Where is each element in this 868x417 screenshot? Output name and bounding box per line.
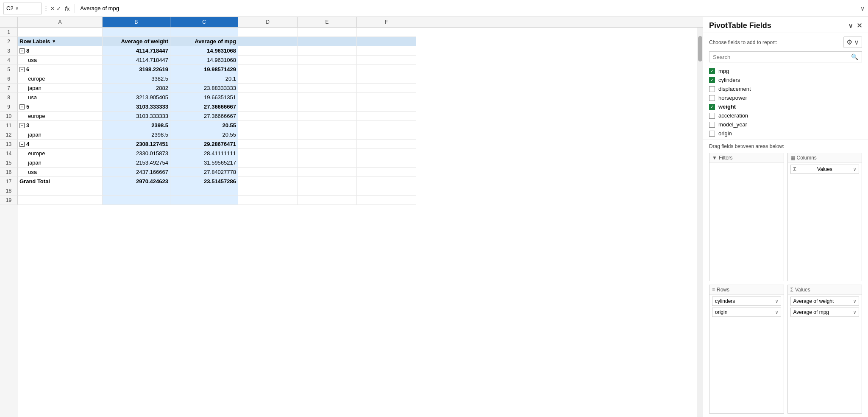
vertical-scrollbar[interactable] bbox=[697, 28, 703, 417]
cell-r2-c1[interactable]: Average of weight bbox=[103, 37, 170, 46]
cell-r15-c4[interactable] bbox=[298, 158, 357, 168]
cell-r5-c4[interactable] bbox=[298, 65, 357, 74]
cell-r5-c1[interactable]: 3198.22619 bbox=[103, 65, 170, 74]
row-num-3[interactable]: 3 bbox=[0, 46, 18, 56]
cancel-icon[interactable]: ✕ bbox=[50, 5, 55, 12]
cell-r15-c1[interactable]: 2153.492754 bbox=[103, 158, 170, 168]
row-num-14[interactable]: 14 bbox=[0, 149, 18, 158]
cell-ref-dropdown-icon[interactable]: ∨ bbox=[15, 6, 19, 11]
cell-r19-c4[interactable] bbox=[298, 196, 357, 205]
row-num-15[interactable]: 15 bbox=[0, 158, 18, 168]
cell-r14-c3[interactable] bbox=[238, 149, 298, 158]
cell-r3-c1[interactable]: 4114.718447 bbox=[103, 46, 170, 56]
cell-r12-c5[interactable] bbox=[357, 130, 416, 140]
row-labels-filter-icon[interactable]: ▼ bbox=[52, 39, 56, 44]
row-num-9[interactable]: 9 bbox=[0, 102, 18, 112]
cell-r8-c2[interactable]: 19.66351351 bbox=[170, 93, 238, 102]
cell-r5-c5[interactable] bbox=[357, 65, 416, 74]
cell-r16-c1[interactable]: 2437.166667 bbox=[103, 168, 170, 177]
cell-r10-c3[interactable] bbox=[238, 112, 298, 121]
row-num-8[interactable]: 8 bbox=[0, 93, 18, 102]
cell-r13-c2[interactable]: 29.28676471 bbox=[170, 140, 238, 149]
row-num-18[interactable]: 18 bbox=[0, 186, 18, 196]
rows-item-cylinders[interactable]: cylinders ∨ bbox=[712, 297, 781, 306]
cell-r19-c1[interactable] bbox=[103, 196, 170, 205]
cell-r3-c5[interactable] bbox=[357, 46, 416, 56]
cell-r13-c5[interactable] bbox=[357, 140, 416, 149]
cell-r13-c4[interactable] bbox=[298, 140, 357, 149]
rows-origin-arrow[interactable]: ∨ bbox=[775, 310, 778, 315]
col-header-e[interactable]: E bbox=[298, 17, 357, 27]
cell-r9-c4[interactable] bbox=[298, 102, 357, 112]
field-item-cylinders[interactable]: ✓cylinders bbox=[709, 76, 862, 84]
cell-r4-c4[interactable] bbox=[298, 56, 357, 65]
row-num-4[interactable]: 4 bbox=[0, 56, 18, 65]
values-weight-arrow[interactable]: ∨ bbox=[853, 299, 856, 304]
field-checkbox-mpg[interactable]: ✓ bbox=[709, 68, 715, 74]
values-item-mpg[interactable]: Average of mpg ∨ bbox=[790, 308, 860, 317]
field-checkbox-displacement[interactable] bbox=[709, 86, 715, 92]
cell-r13-c3[interactable] bbox=[238, 140, 298, 149]
row-num-11[interactable]: 11 bbox=[0, 121, 18, 130]
cell-r17-c4[interactable] bbox=[298, 177, 357, 186]
cell-r17-c3[interactable] bbox=[238, 177, 298, 186]
formula-content[interactable]: Average of mpg bbox=[78, 4, 859, 12]
cell-r19-c2[interactable] bbox=[170, 196, 238, 205]
cell-r1-c3[interactable] bbox=[238, 28, 298, 37]
cell-r12-c3[interactable] bbox=[238, 130, 298, 140]
cell-r7-c0[interactable]: japan bbox=[18, 84, 103, 93]
cell-r18-c5[interactable] bbox=[357, 186, 416, 196]
cell-r10-c2[interactable]: 27.36666667 bbox=[170, 112, 238, 121]
cell-r4-c2[interactable]: 14.9631068 bbox=[170, 56, 238, 65]
cell-r7-c2[interactable]: 23.88333333 bbox=[170, 84, 238, 93]
expand-icon[interactable]: ∨ bbox=[860, 5, 865, 12]
cell-r15-c2[interactable]: 31.59565217 bbox=[170, 158, 238, 168]
field-item-weight[interactable]: ✓weight bbox=[709, 102, 862, 111]
row-num-7[interactable]: 7 bbox=[0, 84, 18, 93]
close-panel-icon[interactable]: ✕ bbox=[857, 22, 862, 30]
cell-r14-c5[interactable] bbox=[357, 149, 416, 158]
cell-r19-c5[interactable] bbox=[357, 196, 416, 205]
cell-r4-c1[interactable]: 4114.718447 bbox=[103, 56, 170, 65]
cell-r9-c5[interactable] bbox=[357, 102, 416, 112]
field-item-mpg[interactable]: ✓mpg bbox=[709, 67, 862, 76]
cell-r3-c3[interactable] bbox=[238, 46, 298, 56]
expand-group-icon[interactable]: − bbox=[19, 67, 25, 72]
row-num-13[interactable]: 13 bbox=[0, 140, 18, 149]
cell-r11-c0[interactable]: −3 bbox=[18, 121, 103, 130]
cell-r9-c2[interactable]: 27.36666667 bbox=[170, 102, 238, 112]
cell-r11-c4[interactable] bbox=[298, 121, 357, 130]
cell-r1-c2[interactable] bbox=[170, 28, 238, 37]
cell-r16-c4[interactable] bbox=[298, 168, 357, 177]
cell-r17-c0[interactable]: Grand Total bbox=[18, 177, 103, 186]
cell-r8-c3[interactable] bbox=[238, 93, 298, 102]
columns-values-arrow[interactable]: ∨ bbox=[853, 167, 856, 172]
cell-r1-c0[interactable] bbox=[18, 28, 103, 37]
cell-r14-c0[interactable]: europe bbox=[18, 149, 103, 158]
cell-r15-c3[interactable] bbox=[238, 158, 298, 168]
cell-r13-c0[interactable]: −4 bbox=[18, 140, 103, 149]
cell-r5-c0[interactable]: −6 bbox=[18, 65, 103, 74]
row-num-12[interactable]: 12 bbox=[0, 130, 18, 140]
rows-cylinders-arrow[interactable]: ∨ bbox=[775, 299, 778, 304]
cell-r4-c5[interactable] bbox=[357, 56, 416, 65]
cell-r18-c4[interactable] bbox=[298, 186, 357, 196]
cell-r3-c0[interactable]: −8 bbox=[18, 46, 103, 56]
col-header-c[interactable]: C bbox=[170, 17, 238, 27]
field-item-origin[interactable]: origin bbox=[709, 129, 862, 138]
cell-r14-c1[interactable]: 2330.015873 bbox=[103, 149, 170, 158]
field-checkbox-origin[interactable] bbox=[709, 131, 715, 137]
scroll-thumb[interactable] bbox=[698, 36, 702, 62]
row-num-2[interactable]: 2 bbox=[0, 37, 18, 46]
cell-r2-c5[interactable] bbox=[357, 37, 416, 46]
cell-r18-c0[interactable] bbox=[18, 186, 103, 196]
cell-reference-box[interactable]: C2 ∨ bbox=[3, 3, 42, 14]
cell-r2-c0[interactable]: Row Labels▼ bbox=[18, 37, 103, 46]
cell-r3-c4[interactable] bbox=[298, 46, 357, 56]
row-num-6[interactable]: 6 bbox=[0, 74, 18, 84]
cell-r18-c2[interactable] bbox=[170, 186, 238, 196]
cell-r10-c0[interactable]: europe bbox=[18, 112, 103, 121]
field-checkbox-model_year[interactable] bbox=[709, 122, 715, 128]
cell-r12-c2[interactable]: 20.55 bbox=[170, 130, 238, 140]
cell-r2-c2[interactable]: Average of mpg bbox=[170, 37, 238, 46]
